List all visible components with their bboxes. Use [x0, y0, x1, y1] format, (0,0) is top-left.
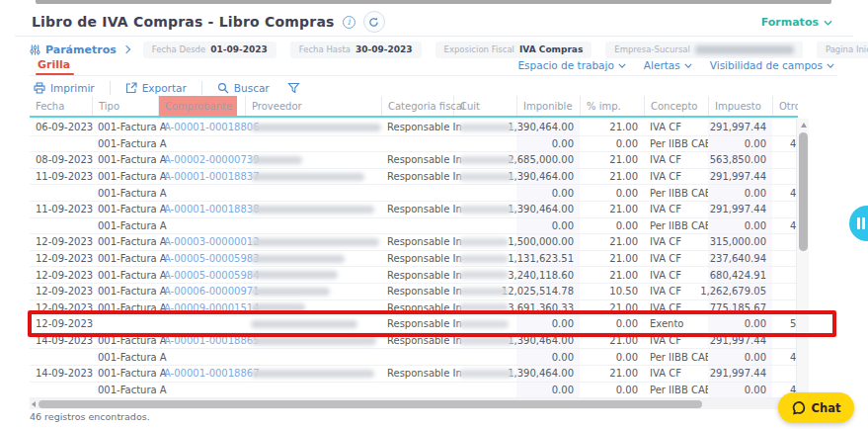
cell-categoria-fiscal	[381, 383, 453, 398]
table-row[interactable]: 06-09-2023001-Factura AA-00001-00018806R…	[30, 120, 796, 136]
table-row[interactable]: 12-09-2023001-Factura AA-00005-00005984R…	[30, 267, 796, 284]
cell-proveedor	[245, 136, 381, 152]
table-row[interactable]: 14-09-2023001-Factura AA-00001-00018867R…	[30, 366, 796, 383]
tab-grilla[interactable]: Grilla	[38, 58, 70, 75]
vertical-scrollbar[interactable]	[796, 119, 809, 399]
column-header-categoria-fiscal[interactable]: Categoria fiscal	[381, 96, 453, 116]
table-row[interactable]: 11-09-2023001-Factura AA-00001-00018837R…	[30, 169, 796, 186]
parameters-button[interactable]: Parámetros	[30, 43, 129, 56]
column-header-label: Impuesto	[715, 101, 761, 112]
param-fecha-hasta[interactable]: Fecha Hasta 30-09-2023	[290, 42, 422, 58]
table-row[interactable]: 12-09-2023001-Factura AA-00003-00000012R…	[30, 234, 796, 251]
column-header-cuit[interactable]: Cuit	[453, 96, 516, 116]
buscar-button[interactable]: Buscar	[215, 82, 272, 94]
cell-tipo: 001-Factura A	[92, 185, 158, 201]
printer-icon	[34, 82, 45, 94]
table-row[interactable]: 12-09-2023001-Factura AA-00006-00000971R…	[30, 284, 796, 300]
export-icon	[125, 82, 137, 94]
table-row[interactable]: 001-Factura A0.000.00Per IIBB CABA0.004	[30, 383, 796, 399]
cell-concepto: IVA CF	[644, 251, 708, 267]
horizontal-scrollbar-thumb[interactable]	[39, 400, 702, 408]
espacio-de-trabajo-dropdown[interactable]: Espacio de trabajo	[517, 59, 625, 71]
param-pagina-inicial[interactable]: Pagina Inicial 1	[817, 42, 868, 58]
cell-comprobante-link[interactable]: A-00005-00005984	[158, 267, 245, 283]
table-row[interactable]: 08-09-2023001-Factura AA-00002-00000739R…	[30, 152, 796, 169]
param-fecha-desde[interactable]: Fecha Desde 01-09-2023	[143, 42, 276, 58]
column-header-fecha[interactable]: Fecha	[30, 96, 92, 116]
param-value: IVA Compras	[519, 44, 583, 54]
cell-comprobante-link[interactable]: A-00006-00000971	[158, 284, 245, 300]
cell-cuit	[453, 218, 516, 234]
redacted-proveedor	[251, 370, 374, 378]
cell-imp-pct: 0.00	[580, 349, 644, 365]
scroll-up-arrow-icon[interactable]	[801, 123, 807, 128]
cell-fecha: 08-09-2023	[30, 152, 92, 168]
column-header-imponible[interactable]: Imponible	[516, 96, 580, 116]
formatos-dropdown[interactable]: Formatos	[761, 16, 832, 29]
cell-proveedor	[245, 234, 381, 250]
column-header-concepto[interactable]: Concepto	[644, 96, 708, 116]
cell-tipo: 001-Factura A	[92, 218, 158, 234]
vertical-scrollbar-thumb[interactable]	[799, 132, 808, 251]
window-top-edge	[36, 0, 831, 4]
horizontal-scrollbar[interactable]	[30, 398, 796, 409]
cell-comprobante-link[interactable]: A-00001-00018865	[158, 333, 245, 349]
table-row[interactable]: 12-09-2023001-Factura AA-00009-00001514R…	[30, 300, 796, 317]
table-row[interactable]: 001-Factura A0.000.00Per IIBB CABA0.004	[30, 185, 796, 202]
scroll-left-arrow-icon[interactable]	[32, 401, 36, 407]
chevron-down-icon	[827, 63, 834, 68]
imprimir-button[interactable]: Imprimir	[32, 82, 97, 94]
cell-imponible: 1,390,464.00	[516, 120, 580, 135]
column-header-comprobante[interactable]: Comprobante	[158, 96, 245, 116]
table-row[interactable]: 001-Factura A0.000.00Per IIBB CABA0.004	[30, 218, 796, 235]
cell-cuit	[453, 185, 516, 201]
cell-comprobante-link[interactable]: A-00005-00005983	[158, 251, 245, 267]
cell-categoria-fiscal	[381, 349, 453, 365]
redacted-proveedor	[251, 156, 302, 164]
cell-comprobante-link[interactable]: A-00001-00018806	[158, 120, 245, 135]
cell-otros	[772, 152, 796, 168]
table-row-highlighted[interactable]: 12-09-2023Responsable In0.000.00Exento0.…	[30, 316, 796, 333]
cell-impuesto: 291,997.44	[708, 366, 772, 382]
column-header-otros[interactable]: Otros	[772, 96, 798, 116]
cell-proveedor	[245, 251, 381, 267]
refresh-button[interactable]	[363, 11, 385, 33]
column-header-imp[interactable]: % imp.	[580, 96, 644, 116]
table-row[interactable]: 001-Factura A0.000.00Per IIBB CABA0.004	[30, 136, 796, 153]
side-panel-handle[interactable]	[849, 206, 868, 241]
param-empresa-sucursal[interactable]: Empresa-Sucursal	[605, 42, 803, 58]
chevron-down-icon	[824, 20, 832, 26]
cell-proveedor	[245, 383, 381, 398]
param-exposicion-fiscal[interactable]: Exposicion Fiscal IVA Compras	[435, 42, 592, 58]
visibilidad-de-campos-dropdown[interactable]: Visibilidad de campos	[710, 59, 834, 71]
param-value: 01-09-2023	[210, 44, 268, 54]
cell-imponible: 0.00	[516, 136, 580, 152]
column-header-impuesto[interactable]: Impuesto	[708, 96, 772, 116]
table-row[interactable]: 14-09-2023001-Factura AA-00001-00018865R…	[30, 333, 796, 350]
table-row[interactable]: 001-Factura A0.000.00Per IIBB CABA0.004	[30, 349, 796, 366]
table-row[interactable]: 12-09-2023001-Factura AA-00005-00005983R…	[30, 251, 796, 268]
table-row[interactable]: 11-09-2023001-Factura AA-00001-00018838R…	[30, 202, 796, 218]
filter-button[interactable]	[285, 82, 302, 94]
cell-comprobante-link[interactable]: A-00003-00000012	[158, 234, 245, 250]
column-header-tipo[interactable]: Tipo	[92, 96, 158, 116]
cell-comprobante-link[interactable]: A-00001-00018837	[158, 169, 245, 185]
cell-categoria-fiscal: Responsable In	[381, 234, 453, 250]
cell-comprobante-link[interactable]: A-00001-00018838	[158, 202, 245, 217]
cell-comprobante-link[interactable]: A-00001-00018867	[158, 366, 245, 382]
column-header-label: % imp.	[587, 101, 621, 112]
chat-button[interactable]: Chat	[778, 392, 854, 423]
cell-comprobante-link[interactable]: A-00009-00001514	[158, 300, 245, 316]
exportar-button[interactable]: Exportar	[123, 82, 189, 94]
cell-imp-pct: 0.00	[580, 383, 644, 398]
cell-comprobante-link	[158, 185, 245, 201]
info-icon[interactable]: i	[343, 16, 355, 29]
cell-imponible: 1,390,464.00	[516, 169, 580, 185]
cell-imp-pct: 21.00	[580, 234, 644, 250]
redacted-proveedor	[251, 255, 345, 263]
alertas-dropdown[interactable]: Alertas	[644, 59, 692, 71]
cell-comprobante-link[interactable]: A-00002-00000739	[158, 152, 245, 168]
cell-impuesto: 1,262,679.05	[708, 284, 772, 300]
cell-cuit	[453, 136, 516, 152]
column-header-proveedor[interactable]: Proveedor	[245, 96, 381, 116]
